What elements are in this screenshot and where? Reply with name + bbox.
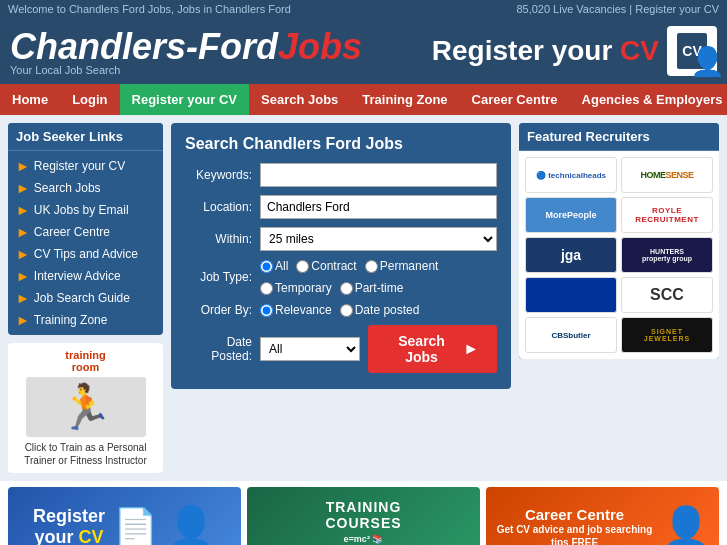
nav-login[interactable]: Login <box>60 84 119 115</box>
promo-register-line1: Register <box>33 506 105 527</box>
order-by-label: Order By: <box>185 303 260 317</box>
keywords-row: Keywords: <box>185 163 497 187</box>
search-jobs-button[interactable]: Search Jobs ► <box>368 325 497 373</box>
arrow-icon: ► <box>16 202 30 218</box>
register-cv-header-button[interactable]: Register your CV CV 👤 <box>432 26 717 76</box>
training-caption: Click to Train as a Personal Trainer or … <box>14 441 157 467</box>
date-posted-select[interactable]: All Today Last 3 days Last week Last 2 w… <box>260 337 360 361</box>
order-date[interactable]: Date posted <box>340 303 420 317</box>
recruiter-cbsbutler[interactable]: CBSbutler <box>525 317 617 353</box>
training-promo[interactable]: trainingroom 🏃 Click to Train as a Perso… <box>8 343 163 473</box>
arrow-icon: ► <box>16 312 30 328</box>
recruiter-hunters[interactable]: HUNTERSproperty group <box>621 237 713 273</box>
cv-icon: CV 👤 <box>667 26 717 76</box>
within-label: Within: <box>185 232 260 246</box>
nav-search-jobs[interactable]: Search Jobs <box>249 84 350 115</box>
nav-agencies[interactable]: Agencies & Employers <box>570 84 727 115</box>
training-logo: trainingroom <box>14 349 157 373</box>
main-nav: Home Login Register your CV Search Jobs … <box>0 84 727 115</box>
job-type-all[interactable]: All <box>260 259 288 273</box>
center-form: Search Chandlers Ford Jobs Keywords: Loc… <box>171 123 511 473</box>
order-by-radios: Relevance Date posted <box>260 303 419 317</box>
promo-career-line1: Career Centre <box>494 506 655 523</box>
recruiter-jga[interactable]: jga <box>525 237 617 273</box>
featured-recruiters-box: Featured Recruiters 🔵 technicalheads HOM… <box>519 123 719 359</box>
career-person-icon: 👤 <box>661 504 711 546</box>
location-row: Location: <box>185 195 497 219</box>
person-icon: 👤 <box>166 504 216 546</box>
nav-home[interactable]: Home <box>0 84 60 115</box>
top-bar: Welcome to Chandlers Ford Jobs, Jobs in … <box>0 0 727 18</box>
location-input[interactable] <box>260 195 497 219</box>
recruiter-scc[interactable]: SCC <box>621 277 713 313</box>
search-form-box: Search Chandlers Ford Jobs Keywords: Loc… <box>171 123 511 389</box>
register-cv-header-text: Register your CV <box>432 37 659 65</box>
arrow-icon: ► <box>16 268 30 284</box>
sidebar-link-interview[interactable]: ► Interview Advice <box>8 265 163 287</box>
sidebar-link-cv-tips[interactable]: ► CV Tips and Advice <box>8 243 163 265</box>
logo-chandlers: Chandlers-Ford <box>10 26 278 68</box>
promo-register-cv[interactable]: Register your CV 📄 👤 <box>8 487 241 545</box>
within-select[interactable]: 25 miles 5 miles 10 miles 15 miles 20 mi… <box>260 227 497 251</box>
arrow-icon: ► <box>16 290 30 306</box>
sidebar-link-register[interactable]: ► Register your CV <box>8 155 163 177</box>
left-sidebar: Job Seeker Links ► Register your CV ► Se… <box>8 123 163 473</box>
job-type-radios: All Contract Permanent Temporary Part-ti… <box>260 259 497 295</box>
search-jobs-label: Search Jobs <box>386 333 457 365</box>
order-by-row: Order By: Relevance Date posted <box>185 303 497 317</box>
recruiter-technicalheads[interactable]: 🔵 technicalheads <box>525 157 617 193</box>
job-type-parttime[interactable]: Part-time <box>340 281 404 295</box>
arrow-icon: ► <box>16 224 30 240</box>
promo-training-line1: TRAINING <box>326 499 402 515</box>
promo-career-line2: Get CV advice and job searching tips FRE… <box>494 523 655 546</box>
promo-training-line3: e=mc² 📚 <box>344 534 384 544</box>
job-type-permanent[interactable]: Permanent <box>365 259 439 273</box>
location-label: Location: <box>185 200 260 214</box>
nav-training-zone[interactable]: Training Zone <box>350 84 459 115</box>
sidebar-link-uk-jobs[interactable]: ► UK Jobs by Email <box>8 199 163 221</box>
keywords-input[interactable] <box>260 163 497 187</box>
sidebar-title: Job Seeker Links <box>8 123 163 151</box>
job-type-temporary[interactable]: Temporary <box>260 281 332 295</box>
arrow-icon: ► <box>16 246 30 262</box>
nav-career-centre[interactable]: Career Centre <box>460 84 570 115</box>
recruiter-signet[interactable]: SIGNETJEWELERS <box>621 317 713 353</box>
order-relevance[interactable]: Relevance <box>260 303 332 317</box>
recruiter-morepeople[interactable]: MorePeople <box>525 197 617 233</box>
keywords-label: Keywords: <box>185 168 260 182</box>
arrow-icon: ► <box>16 158 30 174</box>
cv-document-icon: 📄 <box>113 506 158 545</box>
logo-area: Chandlers-Ford Jobs Your Local Job Searc… <box>10 26 362 76</box>
recruiter-american-express[interactable]: AmericanExpress <box>525 277 617 313</box>
header: Chandlers-Ford Jobs Your Local Job Searc… <box>0 18 727 84</box>
sidebar-link-training[interactable]: ► Training Zone <box>8 309 163 331</box>
job-type-contract[interactable]: Contract <box>296 259 356 273</box>
search-arrow-icon: ► <box>463 340 479 358</box>
sidebar-link-career[interactable]: ► Career Centre <box>8 221 163 243</box>
sidebar-box: Job Seeker Links ► Register your CV ► Se… <box>8 123 163 335</box>
arrow-icon: ► <box>16 180 30 196</box>
logo: Chandlers-Ford Jobs <box>10 26 362 68</box>
promo-training-courses[interactable]: TRAINING COURSES e=mc² 📚 VIEW OUR COURSE… <box>247 487 480 545</box>
job-type-row: Job Type: All Contract Permanent Tempora… <box>185 259 497 295</box>
recruiter-royle[interactable]: Roylerecruitment <box>621 197 713 233</box>
sidebar-link-search[interactable]: ► Search Jobs <box>8 177 163 199</box>
promo-register-line2: your CV <box>33 527 105 545</box>
logo-jobs: Jobs <box>278 26 362 68</box>
sidebar-links: ► Register your CV ► Search Jobs ► UK Jo… <box>8 151 163 335</box>
right-sidebar: Featured Recruiters 🔵 technicalheads HOM… <box>519 123 719 473</box>
main-content: Job Seeker Links ► Register your CV ► Se… <box>0 115 727 481</box>
promo-strip: Register your CV 📄 👤 TRAINING COURSES e=… <box>8 487 719 545</box>
date-posted-label: DatePosted: <box>185 335 260 364</box>
nav-register-cv[interactable]: Register your CV <box>120 84 249 115</box>
training-image: 🏃 <box>26 377 146 437</box>
sidebar-link-job-guide[interactable]: ► Job Search Guide <box>8 287 163 309</box>
promo-training-line2: COURSES <box>325 515 401 531</box>
job-type-label: Job Type: <box>185 270 260 284</box>
recruiter-homesense[interactable]: HOMESENSE <box>621 157 713 193</box>
search-form-title: Search Chandlers Ford Jobs <box>185 135 497 153</box>
promo-career-centre[interactable]: Career Centre Get CV advice and job sear… <box>486 487 719 545</box>
top-bar-right: 85,020 Live Vacancies | Register your CV <box>516 3 719 15</box>
featured-title: Featured Recruiters <box>519 123 719 151</box>
date-posted-row: DatePosted: All Today Last 3 days Last w… <box>185 325 497 373</box>
